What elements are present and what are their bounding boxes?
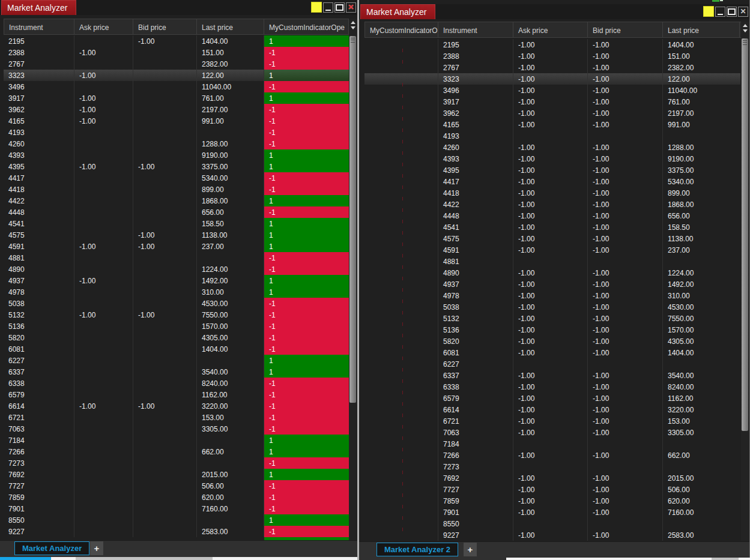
table-row[interactable]: 6227 [364,358,740,370]
table-row[interactable]: 4881-1 [4,252,349,263]
table-row[interactable]: 76922015.001 [4,469,349,480]
table-row[interactable]: 71841 [4,435,349,446]
table-row[interactable]: 2388-1.00151.00-1 [4,47,349,58]
table-row[interactable]: 4193 [364,130,740,142]
h-scrollbar-track[interactable] [51,557,76,560]
table-row[interactable]: 51361570.00-1 [4,321,349,332]
table-row[interactable]: 3962-1.002197.00-1 [4,104,349,115]
table-row[interactable]: 7901-1.00-1.007160.00 [364,507,740,518]
table-row[interactable]: 62271 [4,355,349,366]
table-row[interactable]: 3323-1.00122.001 [4,70,349,81]
table-row[interactable]: 4937-1.001492.001 [4,275,349,286]
table-row[interactable]: 2195-1.001404.001 [4,35,349,47]
column-header-instrument[interactable]: Instrument [438,22,513,37]
table-row[interactable]: 2195-1.00-1.001404.00 [364,39,740,50]
table-row[interactable]: 7859620.00-1 [4,492,349,503]
table-row[interactable]: 4591-1.00-1.00237.001 [4,241,349,252]
h-scrollbar-thumb[interactable] [712,558,739,560]
table-row[interactable]: 9227-1.00-1.002583.00 [364,529,740,541]
table-row[interactable]: 7266-1.00-1.00662.00 [364,450,740,461]
table-row[interactable]: 48901224.00-1 [4,263,349,275]
table-row[interactable]: 3496-1.00-1.0011040.00 [364,85,740,96]
table-row[interactable]: 60811404.00-1 [4,343,349,355]
table-row[interactable]: 4393-1.00-1.009190.00 [364,153,740,164]
table-row[interactable]: 4541158.501 [4,218,349,229]
table-row[interactable]: 2767-1.00-1.002382.00 [364,62,740,73]
table-row[interactable]: 5136-1.00-1.001570.00 [364,324,740,336]
table-row[interactable]: 43939190.001 [4,149,349,161]
h-scrollbar-highlight[interactable] [0,557,51,560]
column-header-ask-price[interactable]: Ask price [513,22,588,37]
table-row[interactable]: 4890-1.00-1.001224.00 [364,267,740,278]
table-row[interactable]: 4260-1.00-1.001288.00 [364,142,740,153]
table-row[interactable]: 65791162.00-1 [4,389,349,400]
vertical-scrollbar[interactable] [349,19,357,540]
tab-market-analyzer[interactable]: Market Analyzer [14,541,89,555]
table-row[interactable]: 44221868.001 [4,195,349,206]
table-row[interactable]: 4541-1.00-1.00158.50 [364,221,740,233]
table-row[interactable]: 7266662.001 [4,446,349,457]
table-row[interactable]: 4978-1.00-1.00310.00 [364,290,740,301]
table-row[interactable]: 4937-1.00-1.001492.00 [364,278,740,290]
table-row[interactable]: 4165-1.00991.00-1 [4,115,349,127]
table-row[interactable]: 50384530.00-1 [4,298,349,309]
table-row[interactable]: 4978310.001 [4,286,349,298]
table-row[interactable]: 70633305.00-1 [4,423,349,435]
table-row[interactable]: 3962-1.00-1.002197.00 [364,107,740,119]
table-row[interactable]: 6081-1.00-1.001404.00 [364,347,740,358]
scrollbar-thumb[interactable] [349,36,356,403]
column-header-ask-price[interactable]: Ask price [74,19,133,34]
table-row[interactable]: 4422-1.00-1.001868.00 [364,199,740,210]
close-button[interactable]: ✕ [738,7,748,17]
close-button[interactable]: ✕ [346,2,356,13]
table-row[interactable]: 7273-1 [4,457,349,469]
table-row[interactable]: 27672382.00-1 [4,58,349,70]
table-row[interactable]: 5820-1.00-1.004305.00 [364,336,740,347]
table-row[interactable]: 4165-1.00-1.00991.00 [364,119,740,130]
column-header-bid-price[interactable]: Bid price [588,22,663,37]
table-row[interactable]: 6579-1.00-1.001162.00 [364,393,740,404]
table-row[interactable]: 7692-1.00-1.002015.00 [364,472,740,484]
table-row[interactable]: 4575-1.00-1.001138.00 [364,233,740,244]
table-row[interactable]: 79017160.00-1 [4,503,349,514]
table-row[interactable]: 7727-1.00-1.00506.00 [364,484,740,495]
minimize-button[interactable] [715,7,725,17]
minimize-button[interactable] [323,2,333,13]
table-row[interactable]: 6721-1.00-1.00153.00 [364,415,740,427]
maximize-button[interactable] [727,7,737,17]
tab-market-analyzer-2[interactable]: Market Analyzer 2 [377,543,458,556]
column-header-last-price[interactable]: Last price [197,19,264,34]
table-row[interactable]: 85501 [4,514,349,526]
column-header-indicator[interactable]: MyCustomIndicatorO [364,22,438,37]
table-row[interactable]: 5132-1.00-1.007550.00-1 [4,309,349,321]
add-tab-button[interactable]: + [464,543,477,556]
table-row[interactable]: 3917-1.00761.001 [4,92,349,104]
table-row[interactable]: 7273 [364,461,740,472]
sim-data-indicator-icon[interactable] [311,2,322,13]
scroll-up-icon[interactable] [743,24,748,27]
table-row[interactable]: 4418-1.00-1.00899.00 [364,187,740,199]
table-row[interactable]: 4418899.00-1 [4,184,349,195]
titlebar[interactable]: Market Analyzer ✕ [0,0,357,15]
table-row[interactable]: 4395-1.00-1.003375.001 [4,161,349,172]
column-header-indicator[interactable]: MyCustomIndicatorOpe [264,19,349,34]
table-row[interactable]: 5038-1.00-1.004530.00 [364,301,740,313]
table-row[interactable]: 5132-1.00-1.007550.00 [364,313,740,324]
table-row[interactable]: 6614-1.00-1.003220.00 [364,404,740,415]
table-row[interactable]: 6614-1.00-1.003220.00-1 [4,400,349,412]
table-row[interactable]: 4575-1.001138.001 [4,229,349,241]
table-row[interactable]: 4881 [364,256,740,267]
table-row[interactable]: 4417-1.00-1.005340.00 [364,176,740,187]
table-row[interactable]: 7184 [364,438,740,450]
table-row[interactable]: 7063-1.00-1.003305.00 [364,427,740,438]
table-row[interactable]: 2388-1.00-1.00151.00 [364,50,740,62]
table-row[interactable]: 349611040.00-1 [4,81,349,92]
table-row[interactable]: 63388240.00-1 [4,378,349,389]
table-row[interactable]: 44175340.00-1 [4,172,349,184]
scroll-down-icon[interactable] [743,29,748,32]
table-row[interactable]: 63373540.001 [4,366,349,378]
titlebar[interactable]: Market Analyzer ✕ [359,4,749,19]
column-header-instrument[interactable]: Instrument [4,19,74,34]
table-row[interactable]: 6338-1.00-1.008240.00 [364,381,740,393]
table-row[interactable]: 3917-1.00-1.00761.00 [364,96,740,107]
